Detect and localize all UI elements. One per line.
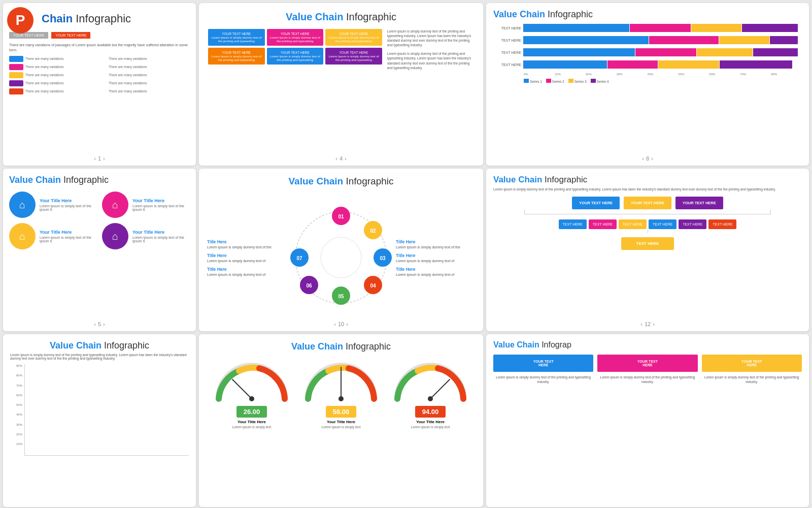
slide6-title: Value Chain Infographic <box>493 175 802 185</box>
gauge-value: 26.00 <box>236 406 267 418</box>
slide2-nav: ‹4› <box>335 155 346 162</box>
table-row: There are many variations There are many… <box>9 56 190 62</box>
gauge-svg <box>211 358 292 404</box>
card-desc: Lorem ipsum is simply dummy text of the … <box>493 375 593 384</box>
color-bar <box>9 56 23 62</box>
slide7-title: Value Chain Infographic <box>10 340 189 351</box>
org-small-btn: TEXT HERE <box>649 219 676 229</box>
svg-text:01: 01 <box>338 214 344 219</box>
bar-row: TEXT HERE <box>493 60 802 69</box>
circle-icon-blue: ⌂ <box>9 192 36 218</box>
list-item: Title Here Lorem ipsum is simply dummy t… <box>207 253 286 263</box>
table-row: There are many variations There are many… <box>9 72 190 78</box>
svg-point-15 <box>321 237 361 278</box>
slide1-text-badge: YOUR TEXT HERE <box>51 32 90 39</box>
bar-row: TEXT HERE <box>493 48 802 56</box>
chart-legend: Series 1 Series 2 Series 3 Series 4 <box>524 79 802 83</box>
connector-line <box>524 209 771 214</box>
org-bottom-btn: TEXT HERE <box>621 237 674 250</box>
gauge-item: 94.00 Your Title Here Lorem ipsum is sim… <box>390 358 471 429</box>
gauge-value: 58.00 <box>326 406 357 418</box>
gauge-svg <box>390 358 471 404</box>
slide5-right: Title Here Lorem ipsum is simply dummy t… <box>396 239 475 276</box>
list-item: Title Here Lorem ipsum is simply dummy t… <box>396 239 475 249</box>
card-item: YOUR TEXTHERE Lorem ipsum is simply dumm… <box>493 355 593 384</box>
slide5-title: Value Chain Infographic <box>207 176 475 187</box>
gauge-title: Your Title Here <box>390 420 471 424</box>
slide7-desc: Lorem ipsum is simply dummy text of the … <box>10 353 189 360</box>
diagram-svg: 01 02 03 04 05 06 <box>290 207 392 308</box>
grid-row: YOUR TEXT HERELorem Ipsum is simply dumm… <box>208 29 382 46</box>
gauge-desc: Lorem ipsum is simply text <box>390 425 471 429</box>
slide6-desc: Lorem ipsum is simply dummy text of the … <box>493 187 802 192</box>
y-axis: 10% 20% 30% 40% 50% 60% 70% 80% 90% <box>10 364 22 446</box>
slide5-content: Title Here Lorem ipsum is simply dummy t… <box>207 191 475 324</box>
card-desc: Lorem ipsum is simply dummy text of the … <box>702 375 802 384</box>
gauge-title: Your Title Here <box>211 420 292 424</box>
slides-grid: P Chain Infographic YOUR TEXT HERE YOUR … <box>0 0 812 508</box>
table-row: There are many variations There are many… <box>9 64 190 70</box>
slide-8: Value Chain Infographic 26.00 <box>199 334 483 507</box>
slide5-left: Title Here Lorem ipsum is simply dummy t… <box>207 239 286 276</box>
cell: YOUR TEXT HERELorem Ipsum is simply dumm… <box>208 48 265 65</box>
icons-grid: ⌂ Your Title Here Lorem ipsum is simply … <box>9 192 190 249</box>
card-desc: Lorem ipsum is simply dummy text of the … <box>597 375 697 384</box>
svg-text:05: 05 <box>338 294 344 299</box>
icon-item: ⌂ Your Title Here Lorem ipsum is simply … <box>102 192 190 218</box>
x-axis: 0% 10% 20% 30% 40% 50% 60% 70% 80% <box>524 73 802 76</box>
color-bar <box>9 80 23 86</box>
gauge-item: 58.00 Your Title Here Lorem ipsum is sim… <box>300 358 382 429</box>
gauge-svg <box>300 358 382 404</box>
circle-icon-pink: ⌂ <box>102 192 128 218</box>
svg-text:06: 06 <box>306 283 312 289</box>
slide-2: Value Chain Infographic YOUR TEXT HERELo… <box>199 3 483 166</box>
org-btn-blue: YOUR TEXT HERE <box>572 197 620 209</box>
card-btn-blue: YOUR TEXTHERE <box>493 355 593 372</box>
color-bar <box>9 88 23 94</box>
slide4-title: Value Chain Infographic <box>9 175 190 185</box>
svg-text:02: 02 <box>370 228 376 234</box>
circle-icon-yellow: ⌂ <box>9 223 36 249</box>
card-item: YOUR TEXTHERE Lorem ipsum is simply dumm… <box>702 355 802 384</box>
icon-item: ⌂ Your Title Here Lorem ipsum is simply … <box>102 223 190 249</box>
svg-text:03: 03 <box>380 256 386 261</box>
icon-item: ⌂ Your Title Here Lorem ipsum is simply … <box>9 223 97 249</box>
bar-chart: TEXT HERE TEXT HERE TEXT HERE <box>493 24 802 69</box>
cell: YOUR TEXT HERELorem Ipsum is simply dumm… <box>267 48 324 65</box>
org-bottom: TEXT HERE <box>493 237 802 250</box>
svg-point-19 <box>339 396 344 401</box>
svg-text:04: 04 <box>370 283 376 289</box>
chart-bars <box>24 364 189 456</box>
circle-icon-purple: ⌂ <box>102 223 128 249</box>
list-item: Title Here Lorem ipsum is simply dummy t… <box>207 267 286 276</box>
cell: YOUR TEXT HERELorem Ipsum is simply dumm… <box>208 29 265 46</box>
gauges-row: 26.00 Your Title Here Lorem ipsum is sim… <box>207 358 475 429</box>
slide-5: Value Chain Infographic Title Here Lorem… <box>199 169 483 331</box>
slide-3: Value Chain Infographic TEXT HERE TEXT H… <box>486 3 809 166</box>
grid-row: YOUR TEXT HERELorem Ipsum is simply dumm… <box>208 48 382 65</box>
slide1-subtitle: YOUR TEXT HERE <box>9 32 48 39</box>
vertical-bar-chart: 10% 20% 30% 40% 50% 60% 70% 80% 90% <box>10 364 189 456</box>
slide4-nav: ‹5› <box>94 321 105 327</box>
slide2-main: YOUR TEXT HERELorem Ipsum is simply dumm… <box>208 29 474 70</box>
card-item: YOUR TEXTHERE Lorem ipsum is simply dumm… <box>597 355 697 384</box>
table-row: There are many variations There are many… <box>9 80 190 86</box>
slide5-nav: ‹10› <box>334 321 348 327</box>
svg-line-16 <box>232 379 252 399</box>
bar-row: TEXT HERE <box>493 24 802 32</box>
gauge-desc: Lorem ipsum is simply text <box>211 425 292 429</box>
slide-4: Value Chain Infographic ⌂ Your Title Her… <box>3 169 196 331</box>
svg-point-17 <box>249 396 254 401</box>
slide2-text: Lorem ipsum is simply dummy text of the … <box>387 29 474 70</box>
slide3-nav: ‹8› <box>642 155 653 162</box>
slide3-title: Value Chain Infographic <box>493 9 802 20</box>
org-btn-yellow: YOUR TEXT HERE <box>624 197 671 209</box>
gauge-desc: Lorem ipsum is simply text <box>300 425 382 429</box>
org-small-btn: TEXT HERE <box>589 219 617 229</box>
org-small-btn: TEXT HERE <box>619 219 647 229</box>
slide9-title: Value Chain Infograp <box>493 340 802 350</box>
org-small-btn: TEXT HERE <box>679 219 706 229</box>
org-small-btn: TEXT HERE <box>708 219 736 229</box>
icon-item: ⌂ Your Title Here Lorem ipsum is simply … <box>9 192 97 218</box>
slide1-nav: ‹1› <box>94 155 105 162</box>
